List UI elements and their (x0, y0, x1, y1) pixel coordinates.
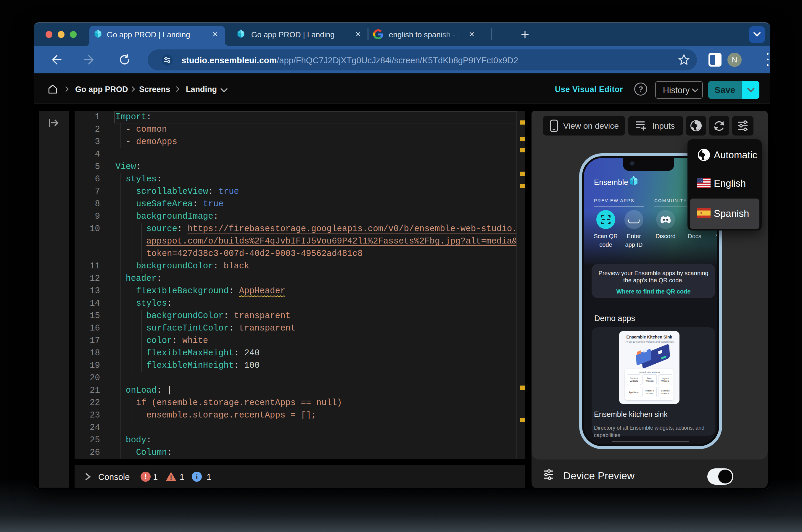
svg-text:!: ! (170, 474, 172, 481)
